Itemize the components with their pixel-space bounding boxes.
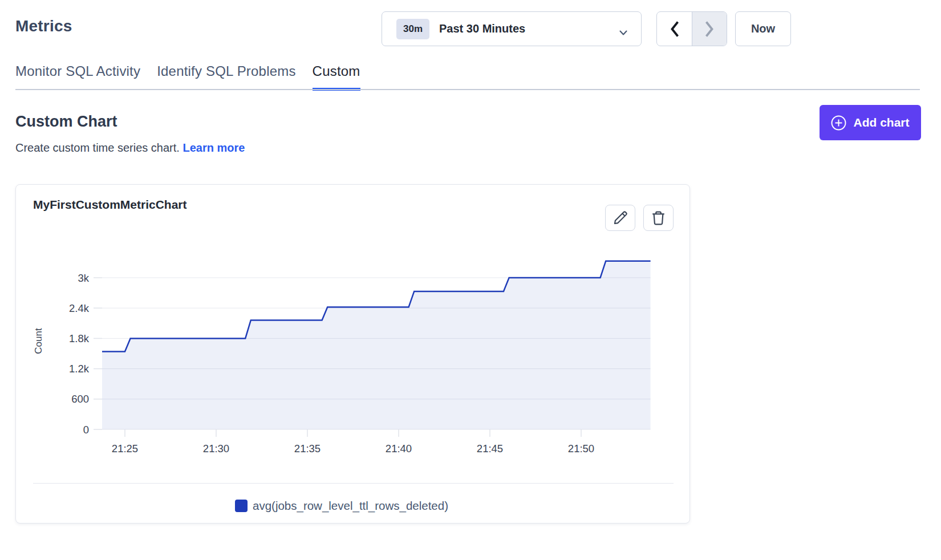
svg-text:21:25: 21:25 bbox=[112, 443, 138, 455]
svg-text:3k: 3k bbox=[78, 272, 89, 284]
svg-text:1.2k: 1.2k bbox=[69, 363, 90, 375]
svg-text:21:35: 21:35 bbox=[294, 443, 321, 455]
svg-text:21:40: 21:40 bbox=[386, 443, 412, 455]
svg-text:21:50: 21:50 bbox=[568, 443, 594, 455]
custom-chart-card: MyFirstCustomMetricChart 06001.2k1.8k2.4… bbox=[15, 184, 690, 524]
time-range-label: Past 30 Minutes bbox=[439, 22, 525, 35]
svg-text:1.8k: 1.8k bbox=[69, 332, 90, 344]
time-nav-buttons bbox=[656, 11, 727, 46]
tab-identify-sql-problems[interactable]: Identify SQL Problems bbox=[157, 63, 295, 91]
time-range-badge: 30m bbox=[396, 19, 429, 39]
chart-legend-item[interactable]: avg(jobs_row_level_ttl_rows_deleted) bbox=[235, 499, 448, 513]
custom-chart-plot[interactable]: 06001.2k1.8k2.4k3k21:2521:3021:3521:4021… bbox=[16, 185, 691, 524]
add-chart-label: Add chart bbox=[853, 116, 909, 129]
time-back-button[interactable] bbox=[657, 12, 692, 46]
add-chart-button[interactable]: Add chart bbox=[820, 105, 921, 140]
tab-custom[interactable]: Custom bbox=[313, 63, 360, 91]
legend-divider bbox=[33, 483, 674, 484]
legend-label: avg(jobs_row_level_ttl_rows_deleted) bbox=[253, 499, 448, 513]
learn-more-link[interactable]: Learn more bbox=[182, 141, 245, 154]
section-description-text: Create custom time series chart. bbox=[15, 141, 180, 154]
chevron-down-icon bbox=[619, 27, 627, 38]
plus-circle-icon bbox=[831, 115, 846, 131]
chevron-right-icon bbox=[705, 21, 714, 37]
legend-color-swatch bbox=[235, 500, 248, 512]
svg-text:21:30: 21:30 bbox=[203, 443, 229, 455]
svg-text:600: 600 bbox=[71, 393, 89, 405]
tab-monitor-sql-activity[interactable]: Monitor SQL Activity bbox=[15, 63, 140, 91]
time-range-selector[interactable]: 30m Past 30 Minutes bbox=[382, 11, 642, 46]
svg-text:21:45: 21:45 bbox=[477, 443, 503, 455]
now-button[interactable]: Now bbox=[735, 11, 791, 46]
svg-text:0: 0 bbox=[83, 424, 89, 436]
svg-text:Count: Count bbox=[33, 328, 44, 354]
tab-bar: Monitor SQL Activity Identify SQL Proble… bbox=[15, 63, 360, 91]
page-title: Metrics bbox=[15, 17, 72, 35]
section-description: Create custom time series chart. Learn m… bbox=[15, 141, 245, 155]
chevron-left-icon bbox=[670, 21, 679, 37]
tab-bar-divider bbox=[15, 89, 920, 90]
time-forward-button[interactable] bbox=[692, 12, 727, 46]
svg-text:2.4k: 2.4k bbox=[69, 302, 90, 314]
now-button-label: Now bbox=[751, 22, 775, 35]
section-title: Custom Chart bbox=[15, 113, 117, 131]
